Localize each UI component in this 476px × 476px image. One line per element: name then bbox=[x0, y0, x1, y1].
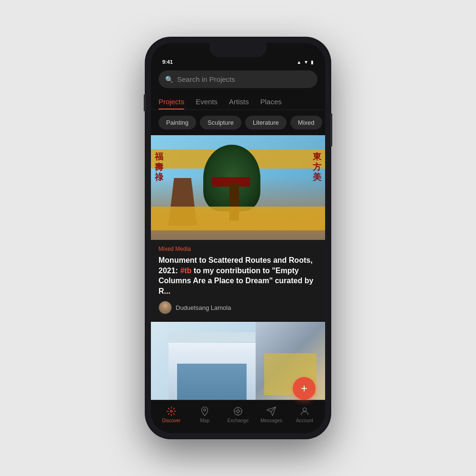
fab-add-button[interactable]: + bbox=[293, 377, 316, 400]
card-title-link[interactable]: #tb bbox=[180, 267, 191, 275]
notch bbox=[209, 43, 267, 57]
card-author-1[interactable]: Duduetsang Lamola bbox=[159, 301, 317, 314]
artwork-1-canvas: 福壽祿 東方美 bbox=[151, 135, 325, 240]
phone-screen: 9:41 ▲ ▼ ▮ 🔍 Search in Projects Projects bbox=[151, 43, 325, 433]
nav-item-map[interactable]: Map bbox=[188, 406, 221, 423]
account-icon bbox=[299, 406, 310, 416]
art-image-1: 福壽祿 東方美 bbox=[151, 135, 325, 240]
content-scroll[interactable]: 福壽祿 東方美 bbox=[151, 135, 325, 400]
art-card-1[interactable]: 福壽祿 東方美 bbox=[151, 135, 325, 321]
author-avatar-image bbox=[159, 301, 171, 314]
tabs-row: Projects Events Artists Places bbox=[151, 93, 325, 110]
card-body-1: Mixed Media Monument to Scattered Routes… bbox=[151, 240, 325, 321]
tab-events[interactable]: Events bbox=[196, 93, 218, 109]
author-name-1: Duduetsang Lamola bbox=[176, 304, 231, 311]
messages-icon bbox=[266, 406, 277, 416]
nav-label-exchange: Exchange bbox=[228, 418, 248, 423]
svg-point-4 bbox=[303, 407, 306, 411]
nav-label-account: Account bbox=[296, 418, 313, 423]
signal-icon: ▲ bbox=[297, 60, 301, 65]
artwork-text-left: 福壽祿 bbox=[155, 152, 163, 183]
tab-places[interactable]: Places bbox=[260, 93, 282, 109]
pill-mixed[interactable]: Mixed bbox=[290, 116, 322, 129]
bottom-nav: Discover Map Exchange bbox=[151, 400, 325, 433]
pill-sculpture[interactable]: Sculpture bbox=[200, 116, 241, 129]
phone-frame: 9:41 ▲ ▼ ▮ 🔍 Search in Projects Projects bbox=[145, 37, 331, 439]
svg-point-3 bbox=[237, 410, 239, 413]
fab-add-icon: + bbox=[301, 383, 307, 394]
exchange-icon bbox=[233, 406, 243, 416]
card-title-1: Monument to Scattered Routes and Roots, … bbox=[159, 255, 317, 296]
pills-row: Painting Sculpture Literature Mixed bbox=[151, 110, 325, 135]
search-icon: 🔍 bbox=[165, 76, 173, 83]
status-bar: 9:41 ▲ ▼ ▮ bbox=[151, 57, 325, 67]
battery-icon: ▮ bbox=[311, 60, 314, 65]
nav-item-account[interactable]: Account bbox=[288, 406, 321, 423]
screen-content: 9:41 ▲ ▼ ▮ 🔍 Search in Projects Projects bbox=[151, 57, 325, 433]
search-bar-wrap: 🔍 Search in Projects bbox=[151, 67, 325, 93]
pill-painting[interactable]: Painting bbox=[159, 116, 196, 129]
pill-literature[interactable]: Literature bbox=[245, 116, 287, 129]
artwork-text-right: 東方美 bbox=[313, 152, 321, 183]
card-category-1: Mixed Media bbox=[159, 246, 317, 252]
nav-item-messages[interactable]: Messages bbox=[255, 406, 288, 423]
author-avatar-1 bbox=[159, 301, 172, 314]
status-time: 9:41 bbox=[162, 59, 173, 65]
map-icon bbox=[199, 406, 210, 416]
nav-label-discover: Discover bbox=[162, 418, 181, 423]
search-placeholder: Search in Projects bbox=[177, 75, 235, 83]
nav-label-map: Map bbox=[200, 418, 209, 423]
search-bar[interactable]: 🔍 Search in Projects bbox=[159, 70, 317, 88]
wifi-icon: ▼ bbox=[304, 60, 308, 65]
svg-point-1 bbox=[204, 408, 206, 411]
discover-icon bbox=[166, 406, 177, 416]
svg-point-0 bbox=[170, 410, 172, 412]
nav-item-discover[interactable]: Discover bbox=[155, 406, 188, 423]
nav-label-messages: Messages bbox=[260, 418, 282, 423]
tab-projects[interactable]: Projects bbox=[159, 93, 184, 109]
nav-item-exchange[interactable]: Exchange bbox=[221, 406, 255, 423]
tab-artists[interactable]: Artists bbox=[229, 93, 249, 109]
status-icons: ▲ ▼ ▮ bbox=[297, 60, 314, 65]
